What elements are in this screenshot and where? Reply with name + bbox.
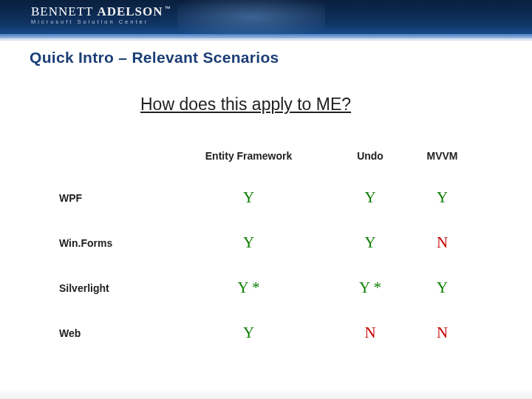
banner: BENNETT ADELSON™ Microsoft Solution Cent…	[0, 0, 532, 34]
slide-title: Quick Intro – Relevant Scenarios	[30, 49, 502, 66]
row-header: Silverlight	[52, 265, 161, 310]
slide-subtitle: How does this apply to ME?	[140, 95, 502, 115]
table-cell: Y	[336, 175, 404, 220]
row-header: Web	[52, 310, 161, 355]
table-row: Win.Forms Y Y N	[52, 220, 480, 265]
table-body: WPF Y Y Y Win.Forms Y Y N Silverlight Y …	[52, 175, 480, 355]
cell-value: Y	[437, 188, 448, 206]
table-cell: Y *	[336, 265, 404, 310]
banner-stripe-thin	[0, 38, 532, 41]
row-header: WPF	[52, 175, 161, 220]
cell-value: Y	[364, 188, 375, 206]
table-header-row: Entity Framework Undo MVVM	[52, 137, 480, 175]
header-corner	[52, 137, 161, 175]
cell-value: Y	[437, 279, 448, 296]
cell-value: Y	[364, 233, 375, 251]
table-cell: Y	[336, 220, 404, 265]
cell-value: Y	[243, 188, 254, 206]
table-cell: Y	[161, 175, 336, 220]
cell-value: Y	[243, 324, 254, 341]
content: Quick Intro – Relevant Scenarios How doe…	[0, 46, 532, 355]
bottom-vignette	[0, 389, 532, 399]
logo-name: BENNETT ADELSON™	[31, 4, 171, 19]
slide: BENNETT ADELSON™ Microsoft Solution Cent…	[0, 0, 532, 399]
table-row: Web Y N N	[52, 310, 480, 355]
col-header: Undo	[336, 137, 404, 175]
logo-name-part2: ADELSON	[97, 4, 163, 18]
table-cell: Y	[161, 220, 336, 265]
cell-value: Y *	[359, 279, 381, 296]
table-cell: Y	[161, 310, 336, 355]
col-header: Entity Framework	[161, 137, 336, 175]
table-cell: Y	[404, 265, 480, 310]
table-cell: N	[336, 310, 404, 355]
cell-value: N	[364, 324, 375, 341]
logo-trademark: ™	[165, 5, 171, 12]
logo: BENNETT ADELSON™ Microsoft Solution Cent…	[31, 4, 171, 25]
table-cell: Y *	[161, 265, 336, 310]
cell-value: N	[437, 233, 448, 251]
row-header: Win.Forms	[52, 220, 161, 265]
col-header: MVVM	[404, 137, 480, 175]
logo-tagline: Microsoft Solution Center	[31, 18, 171, 25]
logo-name-part1: BENNETT	[31, 4, 97, 18]
table-row: WPF Y Y Y	[52, 175, 480, 220]
cell-value: N	[437, 324, 448, 341]
banner-glow	[177, 0, 325, 34]
table-cell: N	[404, 220, 480, 265]
table-cell: N	[404, 310, 480, 355]
table-cell: Y	[404, 175, 480, 220]
compatibility-table: Entity Framework Undo MVVM WPF Y Y Y Win…	[52, 137, 480, 355]
cell-value: Y	[243, 233, 254, 251]
table-row: Silverlight Y * Y * Y	[52, 265, 480, 310]
cell-value: Y *	[237, 279, 259, 296]
